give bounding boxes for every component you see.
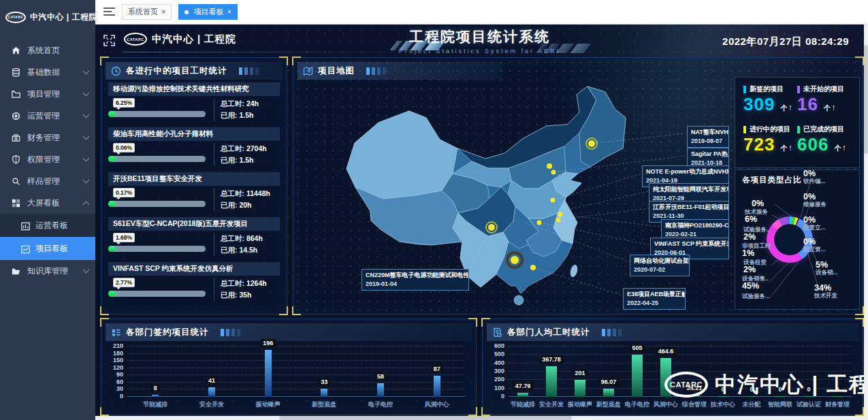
map-marker[interactable] xyxy=(556,218,561,223)
map-marker[interactable] xyxy=(588,140,595,147)
sidebar-item-0[interactable]: 系统首页 xyxy=(0,39,95,61)
sidebar-item-4[interactable]: 财务管理 xyxy=(0,127,95,148)
tab-system-home[interactable]: 系统首页 × xyxy=(122,4,172,20)
donut-label: 设备租赁2% xyxy=(743,259,787,274)
used-hours-label: 已用: xyxy=(221,201,238,209)
project-board-icon xyxy=(20,244,29,253)
bar[interactable] xyxy=(632,355,643,397)
y-axis-tick: 60 xyxy=(116,378,123,385)
progress-bar[interactable] xyxy=(108,291,206,297)
chevron-down-icon xyxy=(83,90,90,97)
hamburger-icon[interactable] xyxy=(103,7,115,16)
total-hours-value: 1264h xyxy=(246,279,267,287)
progress-bar[interactable] xyxy=(108,156,206,162)
scrollbar-thumb[interactable] xyxy=(864,45,868,154)
donut-label: 0% xyxy=(752,200,795,208)
stat-card-3: 已完成的项目606 个↑ xyxy=(797,125,851,165)
map-marker[interactable] xyxy=(488,224,495,231)
x-axis-label: 电子电控 xyxy=(368,400,393,409)
bar[interactable] xyxy=(546,366,557,397)
tab-project-board[interactable]: 项目看板 × xyxy=(178,4,237,20)
legend-swatch xyxy=(797,86,800,93)
x-axis-label: 风洞中心 xyxy=(654,400,678,409)
callout-date: 2019-01-04 xyxy=(366,280,465,289)
vertical-scrollbar[interactable] xyxy=(864,25,868,420)
knowledge-icon xyxy=(11,266,21,276)
project-hours-row: 开沃BE11项目整车安全开发0.17%总工时: 11448h已用: 20h xyxy=(101,172,287,214)
map-marker[interactable] xyxy=(537,221,542,225)
project-name: S61EV车型C-NCAP(2018版)五星开发项目 xyxy=(108,217,280,231)
progress-bar[interactable] xyxy=(108,111,206,117)
map-marker[interactable] xyxy=(511,256,519,264)
progress-bar[interactable] xyxy=(108,201,206,207)
bar[interactable] xyxy=(265,350,272,397)
x-axis-label: 技术中心 xyxy=(711,400,735,409)
bar[interactable] xyxy=(434,376,440,397)
map-marker[interactable] xyxy=(551,198,556,203)
map-marker[interactable] xyxy=(530,265,536,270)
sidebar-subitem-运营看板[interactable]: 运营看板 xyxy=(0,214,95,237)
close-icon[interactable]: × xyxy=(161,8,165,16)
stat-value: 723 xyxy=(743,134,775,155)
sidebar-item-8[interactable]: 知识库管理 xyxy=(0,260,95,282)
donut-label: 试验服务... xyxy=(742,293,786,300)
bar[interactable] xyxy=(321,389,327,397)
x-axis-label: 节能减排 xyxy=(143,400,167,409)
chevron-up-icon xyxy=(83,201,90,208)
map-marker[interactable] xyxy=(558,212,563,217)
used-hours-label: 已用: xyxy=(221,291,238,299)
clock-icon xyxy=(111,66,121,76)
x-axis-label: 节能减排 xyxy=(511,400,535,409)
progress-fill xyxy=(108,201,115,207)
gridline xyxy=(127,368,465,368)
y-axis-tick: 120 xyxy=(113,364,123,371)
sidebar-subitem-项目看板[interactable]: 项目看板 xyxy=(0,237,95,260)
map-marker[interactable] xyxy=(547,163,552,169)
bar-chart-icon xyxy=(111,327,121,338)
x-axis-label: 新型底盘 xyxy=(312,400,336,409)
sidebar-item-label: 项目看板 xyxy=(35,243,68,255)
y-axis-tick: 0 xyxy=(120,393,123,400)
header-decor-slashes xyxy=(539,44,588,53)
bar[interactable] xyxy=(575,380,585,397)
project-stats-cards: 新签的项目309 个↑未开始的项目16 个↑进行中的项目723 个↑已完成的项目… xyxy=(735,77,860,168)
bar[interactable] xyxy=(377,383,384,397)
bar-value-label: 201 xyxy=(572,369,588,377)
bar[interactable] xyxy=(603,389,614,397)
bar[interactable] xyxy=(208,387,215,397)
stat-label: 未开始的项目 xyxy=(803,84,844,94)
bar-value-label: 96.07 xyxy=(598,378,620,386)
callout-project-name: 网络自动化测试台架升级 xyxy=(634,257,686,265)
bar[interactable] xyxy=(517,393,528,397)
sample-icon xyxy=(11,176,21,187)
stat-label: 已完成的项目 xyxy=(803,125,844,134)
sidebar-item-2[interactable]: 项目管理 xyxy=(0,83,95,105)
x-axis-label: 振动噪声 xyxy=(256,400,280,409)
gridline xyxy=(127,389,465,389)
project-name: 移动源污染排放控制技术关键共性材料研究 xyxy=(108,82,280,96)
callout-project-name: 纯太阳能智能网联汽车开发项目-动力性能 xyxy=(653,185,725,194)
sidebar-item-1[interactable]: 基础数据 xyxy=(0,61,95,83)
close-icon[interactable]: × xyxy=(227,8,231,16)
total-hours-value: 24h xyxy=(246,99,259,108)
y-axis-tick: 210 xyxy=(113,342,123,349)
sidebar-item-7[interactable]: 大屏看板 xyxy=(0,192,95,214)
page-subtitle: Project Statistics System for AERI xyxy=(95,48,864,54)
bar[interactable] xyxy=(152,395,159,397)
donut-label-name: 院管立... xyxy=(803,224,847,231)
map-callout: 网络自动化测试台架升级2020-07-02 xyxy=(630,255,690,276)
donut-label: 34%技术开发 xyxy=(814,285,858,300)
scrollbar-thumb[interactable] xyxy=(279,416,572,420)
progress-bar[interactable] xyxy=(108,246,206,252)
sidebar-item-5[interactable]: 权限管理 xyxy=(0,148,95,170)
donut-label-percent: 6% xyxy=(745,216,788,223)
y-axis-tick: 90 xyxy=(116,371,123,378)
sidebar-item-6[interactable]: 样品管理 xyxy=(0,170,95,192)
panel-dept-projects-header: 各部门签约项目统计 xyxy=(106,323,472,341)
horizontal-scrollbar[interactable] xyxy=(95,416,864,420)
ops-board-icon xyxy=(20,221,29,230)
map-marker[interactable] xyxy=(551,170,556,175)
y-axis-tick: 200 xyxy=(494,376,504,383)
sidebar-item-3[interactable]: 运营管理 xyxy=(0,105,95,127)
x-axis-label: 安全开发 xyxy=(539,400,564,409)
